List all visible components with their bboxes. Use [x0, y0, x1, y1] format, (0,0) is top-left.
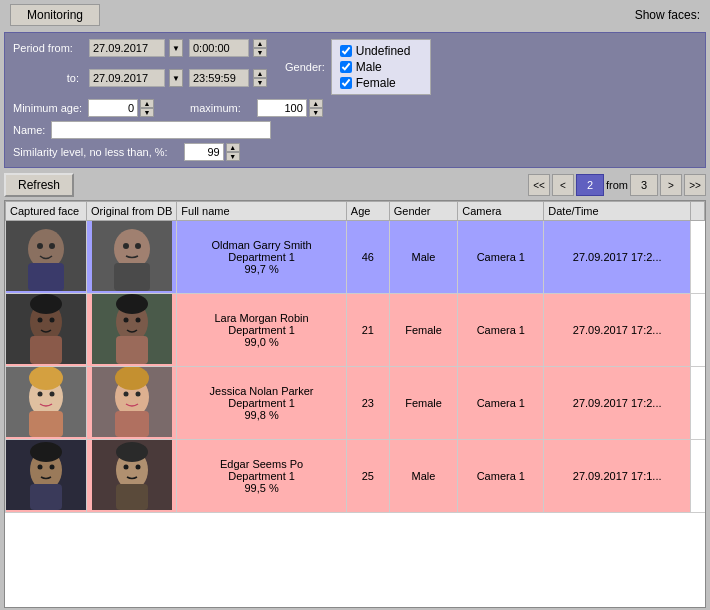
original-face-img-0 [92, 221, 172, 291]
svg-point-14 [50, 318, 55, 323]
last-page-button[interactable]: >> [684, 174, 706, 196]
captured-face-cell-1 [6, 294, 87, 367]
col-datetime: Date/Time [544, 202, 691, 221]
from-label: from [606, 179, 628, 191]
similarity-up[interactable]: ▲ [226, 143, 240, 152]
period-from-row: Period from: ▼ ▲ ▼ [13, 39, 267, 57]
period-to-label: to: [13, 72, 83, 84]
time-from-down[interactable]: ▼ [253, 48, 267, 57]
gender-undefined-row[interactable]: Undefined [340, 44, 422, 58]
min-age-label: Minimum age: [13, 102, 82, 114]
captured-face-cell-0 [6, 221, 87, 294]
table-row: Edgar Seems Po Department 1 99,5 % 25 Ma… [6, 440, 705, 513]
svg-point-37 [38, 465, 43, 470]
col-gender: Gender [389, 202, 458, 221]
first-page-button[interactable]: << [528, 174, 550, 196]
gender-female-row[interactable]: Female [340, 76, 422, 90]
svg-point-15 [30, 294, 62, 314]
age-cell-1: 21 [346, 294, 389, 367]
current-page-input[interactable] [576, 174, 604, 196]
refresh-button[interactable]: Refresh [4, 173, 74, 197]
camera-cell-1: Camera 1 [458, 294, 544, 367]
next-page-button[interactable]: > [660, 174, 682, 196]
original-face-cell-0 [87, 221, 177, 294]
time-to-down[interactable]: ▼ [253, 78, 267, 87]
table-row: Lara Morgan Robin Department 1 99,0 % 21… [6, 294, 705, 367]
captured-face-img-3 [6, 440, 86, 510]
min-age-up[interactable]: ▲ [140, 99, 154, 108]
col-original-from-db: Original from DB [87, 202, 177, 221]
svg-point-13 [38, 318, 43, 323]
name-input[interactable] [51, 121, 271, 139]
camera-cell-0: Camera 1 [458, 221, 544, 294]
max-age-input[interactable] [257, 99, 307, 117]
table-row: Jessica Nolan Parker Department 1 99,8 %… [6, 367, 705, 440]
similarity-input[interactable] [184, 143, 224, 161]
gender-label: Gender: [285, 61, 325, 73]
name-label: Name: [13, 124, 45, 136]
time-to-input[interactable] [189, 69, 249, 87]
full-name-cell-3: Edgar Seems Po Department 1 99,5 % [177, 440, 347, 513]
monitoring-tab[interactable]: Monitoring [10, 4, 100, 26]
period-to-row: to: ▼ ▲ ▼ [13, 69, 267, 87]
age-cell-3: 25 [346, 440, 389, 513]
max-age-label: maximum: [190, 102, 241, 114]
original-face-cell-2 [87, 367, 177, 440]
prev-page-button[interactable]: < [552, 174, 574, 196]
similarity-down[interactable]: ▼ [226, 152, 240, 161]
gender-undefined-checkbox[interactable] [340, 45, 352, 57]
time-to-up[interactable]: ▲ [253, 69, 267, 78]
table-row: Oldman Garry Smith Department 1 99,7 % 4… [6, 221, 705, 294]
app-container: Monitoring Show faces: Period from: ▼ ▲ [0, 0, 710, 610]
gender-male-checkbox[interactable] [340, 61, 352, 73]
gender-cell-0: Male [389, 221, 458, 294]
col-captured-face: Captured face [6, 202, 87, 221]
svg-point-3 [37, 243, 43, 249]
captured-face-cell-3 [6, 440, 87, 513]
svg-rect-2 [28, 263, 64, 291]
pagination: << < from 3 > >> [528, 174, 706, 196]
date-to-input[interactable] [89, 69, 165, 87]
time-to-group: ▲ ▼ [189, 69, 267, 87]
svg-point-44 [135, 465, 140, 470]
svg-point-8 [123, 243, 129, 249]
min-age-down[interactable]: ▼ [140, 108, 154, 117]
min-age-input[interactable] [88, 99, 138, 117]
original-face-img-2 [92, 367, 172, 437]
svg-point-32 [135, 392, 140, 397]
gender-female-label: Female [356, 76, 396, 90]
captured-face-img-1 [6, 294, 86, 364]
total-pages: 3 [630, 174, 658, 196]
gender-female-checkbox[interactable] [340, 77, 352, 89]
time-from-spinner: ▲ ▼ [253, 39, 267, 57]
svg-rect-12 [30, 336, 62, 364]
datetime-cell-1: 27.09.2017 17:2... [544, 294, 691, 367]
svg-rect-30 [115, 411, 149, 437]
similarity-spinner: ▲ ▼ [226, 143, 240, 161]
max-age-up[interactable]: ▲ [309, 99, 323, 108]
original-face-cell-1 [87, 294, 177, 367]
svg-point-4 [49, 243, 55, 249]
captured-face-img-2 [6, 367, 86, 437]
gender-undefined-label: Undefined [356, 44, 411, 58]
time-from-input[interactable] [189, 39, 249, 57]
date-from-input[interactable] [89, 39, 165, 57]
date-from-dropdown[interactable]: ▼ [169, 39, 183, 57]
max-age-down[interactable]: ▼ [309, 108, 323, 117]
captured-face-cell-2 [6, 367, 87, 440]
time-from-up[interactable]: ▲ [253, 39, 267, 48]
captured-face-img-0 [6, 221, 86, 291]
name-row: Name: [13, 121, 697, 139]
original-face-cell-3 [87, 440, 177, 513]
date-to-dropdown[interactable]: ▼ [169, 69, 183, 87]
age-cell-0: 46 [346, 221, 389, 294]
svg-rect-24 [29, 411, 63, 437]
svg-point-31 [123, 392, 128, 397]
col-full-name: Full name [177, 202, 347, 221]
table-header-row: Captured face Original from DB Full name… [6, 202, 705, 221]
date-to-group: ▼ [89, 69, 183, 87]
gender-male-row[interactable]: Male [340, 60, 422, 74]
svg-point-21 [116, 294, 148, 314]
svg-point-26 [50, 392, 55, 397]
camera-cell-3: Camera 1 [458, 440, 544, 513]
